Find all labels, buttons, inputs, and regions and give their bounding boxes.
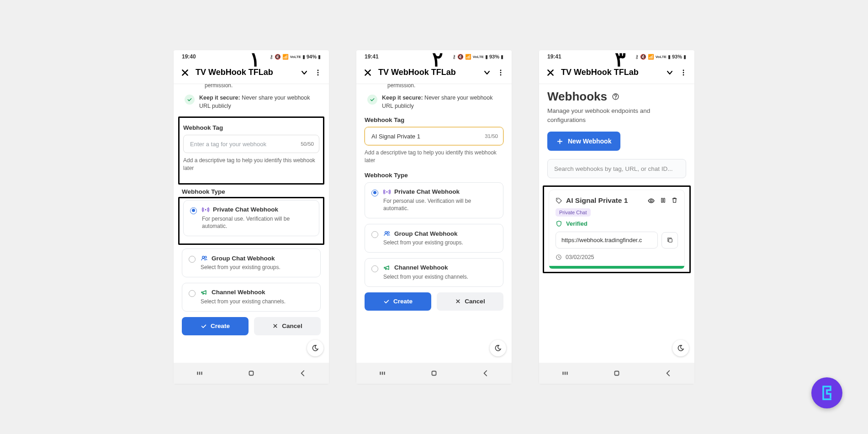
highlight-webhook-tag: Webhook Tag 50/50 Add a descriptive tag … <box>178 116 324 185</box>
status-time: 19:41 <box>365 53 379 60</box>
home-button[interactable] <box>428 369 440 377</box>
signal-icon: ▮ <box>485 54 488 60</box>
search-input[interactable] <box>547 159 686 178</box>
theme-toggle[interactable] <box>672 340 689 356</box>
chevron-down-icon[interactable] <box>301 69 308 76</box>
type-group-card[interactable]: Group Chat Webhook Select from your exis… <box>182 249 321 277</box>
create-button[interactable]: Create <box>182 317 249 335</box>
step-label: ۲ <box>432 48 443 71</box>
vpn-icon: ⚷ <box>452 54 456 60</box>
close-icon[interactable] <box>364 69 372 77</box>
recents-button[interactable] <box>376 369 389 377</box>
recents-button[interactable] <box>193 369 206 377</box>
webhook-url[interactable]: https://webhook.tradingfinder.c <box>556 232 658 249</box>
webhook-tag-input[interactable] <box>365 127 503 145</box>
help-icon[interactable] <box>612 93 619 101</box>
mute-icon: 🔇 <box>275 54 281 60</box>
webhooks-subtitle: Manage your webhook endpoints and config… <box>547 106 686 124</box>
home-button[interactable] <box>245 369 258 377</box>
x-icon <box>455 298 461 304</box>
back-button[interactable] <box>662 369 675 377</box>
tag-helper: Add a descriptive tag to help you identi… <box>183 157 319 172</box>
vpn-icon: ⚷ <box>635 54 639 60</box>
plus-icon <box>556 138 563 145</box>
new-webhook-button[interactable]: New Webhook <box>547 132 620 151</box>
cancel-button[interactable]: Cancel <box>254 317 321 335</box>
radio-icon <box>189 290 196 297</box>
broadcast-icon <box>383 188 391 196</box>
verified-row: Verified <box>556 220 678 227</box>
tag-helper: Add a descriptive tag to help you identi… <box>365 149 503 164</box>
tag-counter: 31/50 <box>485 133 498 139</box>
signal-icon: ▮ <box>302 54 305 60</box>
back-button[interactable] <box>296 369 309 377</box>
highlight-webhook-card: AI Signal Private 1 Private Chat Verifie… <box>543 185 691 273</box>
mute-icon: 🔇 <box>457 54 464 60</box>
step-label: ۱ <box>249 48 260 71</box>
webhook-type-label: Webhook Type <box>365 172 503 179</box>
webhook-type-label: Webhook Type <box>182 188 321 195</box>
webhook-tag-input[interactable] <box>183 135 319 153</box>
check-icon <box>383 298 390 305</box>
check-icon <box>201 323 207 329</box>
chevron-down-icon[interactable] <box>483 69 491 76</box>
type-group-card[interactable]: Group Chat Webhook Select from your exis… <box>365 224 503 253</box>
signal-icon: ▮ <box>668 54 671 60</box>
wifi-icon: 📶 <box>282 54 289 60</box>
system-navbar <box>539 363 694 384</box>
copy-button[interactable] <box>662 232 678 249</box>
brand-logo[interactable] <box>811 377 842 408</box>
webhook-card[interactable]: AI Signal Private 1 Private Chat Verifie… <box>549 190 685 269</box>
system-navbar <box>356 363 512 384</box>
type-private-card[interactable]: Private Chat Webhook For personal use. V… <box>183 200 319 237</box>
tip-secure: Keep it secure: Never share your webhook… <box>182 94 321 110</box>
check-icon <box>185 95 195 105</box>
cancel-button[interactable]: Cancel <box>437 292 503 311</box>
page-title: TV WebHook TFLab <box>196 68 294 77</box>
close-icon[interactable] <box>181 69 189 77</box>
wifi-icon: 📶 <box>465 54 471 60</box>
chevron-down-icon[interactable] <box>666 69 673 76</box>
check-icon <box>367 95 377 105</box>
group-icon <box>201 254 208 262</box>
tip-partial: permission. <box>387 84 503 91</box>
step-label: ۳ <box>615 48 626 71</box>
status-time: 19:41 <box>547 53 561 60</box>
radio-icon <box>190 207 197 214</box>
megaphone-icon <box>201 289 208 296</box>
copy-icon <box>667 237 673 243</box>
battery-text: 94% <box>307 54 317 59</box>
more-icon[interactable] <box>497 69 504 76</box>
pause-icon[interactable] <box>660 197 667 204</box>
battery-icon: ▮ <box>318 54 321 60</box>
megaphone-icon <box>383 264 391 271</box>
page-title: TV WebHook TFLab <box>561 68 660 77</box>
back-button[interactable] <box>479 369 492 377</box>
vpn-icon: ⚷ <box>270 54 273 60</box>
type-private-card[interactable]: Private Chat Webhook For personal use. V… <box>365 182 503 219</box>
theme-toggle[interactable] <box>490 340 506 356</box>
webhook-tag-label: Webhook Tag <box>365 116 503 123</box>
theme-toggle[interactable] <box>307 340 323 356</box>
clock-icon <box>556 254 562 260</box>
system-navbar <box>174 363 329 384</box>
volte-icon: VoLTE <box>290 55 301 59</box>
home-button[interactable] <box>610 369 623 377</box>
trash-icon[interactable] <box>671 197 678 204</box>
type-channel-card[interactable]: Channel Webhook Select from your existin… <box>182 283 321 312</box>
shield-icon <box>556 220 562 227</box>
create-button[interactable]: Create <box>365 292 431 311</box>
more-icon[interactable] <box>314 69 322 76</box>
broadcast-icon <box>202 206 209 213</box>
more-icon[interactable] <box>680 69 687 76</box>
eye-icon[interactable] <box>647 197 655 205</box>
private-chat-badge: Private Chat <box>556 208 591 217</box>
webhook-date: 03/02/2025 <box>556 254 678 260</box>
type-channel-card[interactable]: Channel Webhook Select from your existin… <box>365 258 503 287</box>
webhook-tag-label: Webhook Tag <box>183 124 319 131</box>
radio-icon <box>371 231 378 238</box>
close-icon[interactable] <box>546 69 555 77</box>
webhook-card-title: AI Signal Private 1 <box>566 196 644 205</box>
page-title: TV WebHook TFLab <box>378 68 477 77</box>
recents-button[interactable] <box>559 369 572 377</box>
